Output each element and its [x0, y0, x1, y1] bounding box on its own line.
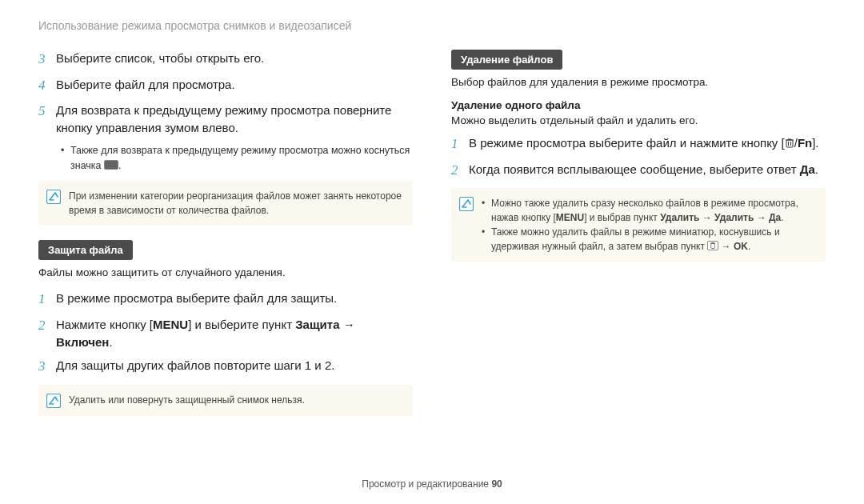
step-text: Для защиты других файлов повторите шаги … [56, 357, 334, 377]
svg-rect-0 [47, 190, 61, 204]
note-text: При изменении категории реорганизация фа… [69, 189, 403, 218]
info-note: • Можно также удалить сразу несколько фа… [451, 188, 826, 262]
step-text: Для возврата к предыдущему режиму просмо… [56, 102, 413, 137]
right-column: Удаление файлов Выбор файлов для удалени… [451, 50, 826, 430]
delete-step-2: 2 Когда появится всплывающее сообщение, … [451, 161, 826, 181]
delete-step-1: 1 В режиме просмотра выберите файл и наж… [451, 134, 826, 154]
step-number: 3 [38, 357, 56, 377]
grid-icon [104, 160, 118, 170]
section-subtext: Файлы можно защитить от случайного удале… [38, 266, 413, 278]
info-note: При изменении категории реорганизация фа… [38, 181, 413, 226]
step-number: 2 [38, 316, 56, 351]
bullet-text: Также для возврата к предыдущему режиму … [70, 143, 413, 174]
content-columns: 3 Выберите список, чтобы открыть его. 4 … [38, 50, 826, 430]
info-icon [46, 394, 61, 408]
info-icon [46, 190, 61, 204]
step-number: 1 [451, 134, 469, 154]
bullet-dot: • [61, 143, 70, 174]
step-text: Нажмите кнопку [MENU] и выберите пункт З… [56, 316, 413, 351]
sub-heading: Удаление одного файла [451, 99, 826, 111]
footer-section: Просмотр и редактирование [362, 478, 489, 490]
protect-step-2: 2 Нажмите кнопку [MENU] и выберите пункт… [38, 316, 413, 351]
step-5: 5 Для возврата к предыдущему режиму прос… [38, 102, 413, 137]
step-number: 4 [38, 76, 56, 96]
note-bullet: • Также можно удалить файлы в режиме мин… [482, 225, 816, 254]
menu-key: MENU [556, 212, 584, 223]
trash-icon [785, 138, 794, 148]
step-text: Выберите список, чтобы открыть его. [56, 50, 264, 70]
info-note: Удалить или повернуть защищенный снимок … [38, 385, 413, 416]
svg-rect-2 [786, 140, 793, 147]
bullet-note: • Также для возврата к предыдущему режим… [61, 143, 413, 174]
step-text: Когда появится всплывающее сообщение, вы… [469, 161, 818, 181]
step-number: 5 [38, 102, 56, 137]
menu-key: MENU [153, 318, 188, 331]
note-bullet: • Можно также удалить сразу несколько фа… [482, 196, 816, 225]
note-content: • Можно также удалить сразу несколько фа… [482, 196, 816, 254]
section-subtext: Выбор файлов для удаления в режиме просм… [451, 76, 826, 88]
protect-step-3: 3 Для защиты других файлов повторите шаг… [38, 357, 413, 377]
page-number: 90 [489, 478, 502, 490]
section-badge-protect: Защита файла [38, 240, 133, 260]
sub-heading-text: Можно выделить отдельный файл и удалить … [451, 114, 826, 126]
step-number: 2 [451, 161, 469, 181]
left-column: 3 Выберите список, чтобы открыть его. 4 … [38, 50, 413, 430]
trash-icon [707, 241, 718, 250]
svg-rect-3 [460, 198, 474, 211]
step-4: 4 Выберите файл для просмотра. [38, 76, 413, 96]
svg-rect-1 [47, 394, 61, 408]
svg-rect-4 [711, 244, 715, 249]
step-text: В режиме просмотра выберите файл и нажми… [469, 134, 819, 154]
page-footer: Просмотр и редактирование 90 [0, 478, 864, 490]
breadcrumb-header: Использование режима просмотра снимков и… [38, 19, 826, 32]
protect-step-1: 1 В режиме просмотра выберите файл для з… [38, 290, 413, 310]
step-text: В режиме просмотра выберите файл для защ… [56, 290, 337, 310]
step-3: 3 Выберите список, чтобы открыть его. [38, 50, 413, 70]
step-number: 1 [38, 290, 56, 310]
step-text: Выберите файл для просмотра. [56, 76, 235, 96]
info-icon [459, 197, 474, 211]
step-number: 3 [38, 50, 56, 70]
note-text: Удалить или повернуть защищенный снимок … [69, 393, 403, 408]
section-badge-delete: Удаление файлов [451, 50, 562, 70]
